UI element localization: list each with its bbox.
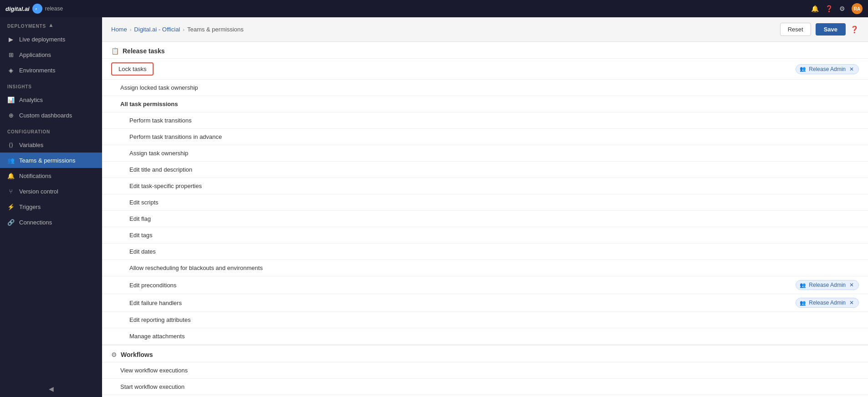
perm-row-assign-locked: Assign locked task ownership (102, 80, 868, 96)
perm-label-edit-scripts: Edit scripts (129, 199, 859, 206)
user-avatar[interactable]: RA (852, 3, 863, 14)
sidebar-item-triggers[interactable]: ⚡ Triggers (0, 199, 102, 214)
workflows-section-header: ⚙ Workflows (102, 345, 868, 362)
svg-text:r: r (36, 7, 37, 11)
analytics-icon: 📊 (7, 96, 15, 103)
breadcrumb-sep-2: › (183, 27, 185, 32)
scroll-up-indicator[interactable]: ▲ (48, 22, 54, 28)
lock-tasks-role-close[interactable]: ✕ (849, 66, 854, 72)
perm-row-edit-scripts: Edit scripts (102, 194, 868, 211)
main-layout: ▲ DEPLOYMENTS ▶ Live deployments ⊞ Appli… (0, 17, 868, 397)
sidebar: ▲ DEPLOYMENTS ▶ Live deployments ⊞ Appli… (0, 17, 102, 397)
perm-row-edit-dates: Edit dates (102, 244, 868, 260)
notifications-icon: 🔔 (7, 172, 15, 179)
perm-label-edit-failure: Edit failure handlers (129, 300, 796, 306)
perm-row-edit-preconditions: Edit preconditions 👥 Release Admin ✕ (102, 276, 868, 294)
perm-label-edit-tags: Edit tags (129, 232, 859, 239)
sidebar-item-live-deployments-label: Live deployments (19, 36, 65, 43)
version-control-icon: ⑂ (7, 188, 15, 195)
sidebar-item-notifications[interactable]: 🔔 Notifications (0, 168, 102, 183)
sidebar-item-environments[interactable]: ◈ Environments (0, 62, 102, 78)
reset-button[interactable]: Reset (780, 23, 811, 36)
configuration-section-label: CONFIGURATION (0, 123, 102, 137)
logo[interactable]: digital.ai r release (5, 4, 63, 14)
workflows-icon: ⚙ (111, 351, 117, 358)
failure-role-icon: 👥 (800, 300, 806, 306)
sidebar-item-custom-dashboards[interactable]: ⊕ Custom dashboards (0, 107, 102, 123)
perm-row-edit-title: Edit title and description (102, 162, 868, 178)
breadcrumb-current: Teams & permissions (187, 26, 244, 33)
perm-label-allow-rescheduling: Allow rescheduling for blackouts and env… (129, 265, 859, 271)
perm-row-all-task: All task permissions (102, 96, 868, 112)
release-tasks-title: Release tasks (123, 47, 165, 55)
breadcrumb-parent[interactable]: Digital.ai - Official (134, 26, 180, 33)
content-header: Home › Digital.ai - Official › Teams & p… (102, 17, 868, 42)
logo-text: digital.ai (5, 5, 30, 12)
connections-icon: 🔗 (7, 219, 15, 226)
sidebar-item-custom-dashboards-label: Custom dashboards (19, 112, 72, 119)
preconditions-role-tag: 👥 Release Admin ✕ (796, 280, 859, 290)
navbar-left: digital.ai r release (5, 4, 63, 14)
perm-label-perform-transitions: Perform task transitions (129, 117, 859, 124)
live-deployments-icon: ▶ (7, 36, 15, 43)
triggers-icon: ⚡ (7, 203, 15, 210)
failure-role-close[interactable]: ✕ (849, 300, 854, 306)
insights-section-label: INSIGHTS (0, 78, 102, 92)
perm-row-start-workflow: Start workflow execution (102, 379, 868, 395)
sidebar-item-connections-label: Connections (19, 219, 52, 226)
variables-icon: ⟨⟩ (7, 141, 15, 148)
help-icon[interactable]: ❓ (825, 5, 833, 12)
failure-role-tag: 👥 Release Admin ✕ (796, 298, 859, 308)
sidebar-item-notifications-label: Notifications (19, 173, 51, 179)
sidebar-item-teams-permissions[interactable]: 👥 Teams & permissions (0, 153, 102, 168)
notifications-bell-icon[interactable]: 🔔 (811, 5, 819, 12)
lock-tasks-role-label: Release Admin (809, 66, 846, 72)
preconditions-role-icon: 👥 (800, 282, 806, 288)
sidebar-item-applications[interactable]: ⊞ Applications (0, 47, 102, 62)
sidebar-item-version-control-label: Version control (19, 188, 58, 195)
settings-icon[interactable]: ⚙ (839, 5, 845, 12)
lock-tasks-role-tag: 👥 Release Admin ✕ (796, 64, 859, 74)
perm-row-edit-specific: Edit task-specific properties (102, 178, 868, 194)
release-label: release (45, 5, 63, 12)
perm-label-edit-flag: Edit flag (129, 215, 859, 222)
environments-icon: ◈ (7, 66, 15, 74)
save-button[interactable]: Save (816, 23, 846, 36)
lock-tasks-label: Lock tasks (111, 62, 796, 76)
perm-row-assign-ownership: Assign task ownership (102, 145, 868, 162)
perm-row-edit-reporting: Edit reporting attributes (102, 312, 868, 328)
sidebar-item-analytics[interactable]: 📊 Analytics (0, 92, 102, 107)
breadcrumb-home[interactable]: Home (111, 26, 127, 33)
perm-row-edit-flag: Edit flag (102, 211, 868, 227)
sidebar-item-applications-label: Applications (19, 51, 51, 58)
sidebar-item-variables[interactable]: ⟨⟩ Variables (0, 137, 102, 153)
perm-label-all-task: All task permissions (120, 101, 859, 107)
failure-role-label: Release Admin (809, 300, 846, 306)
sidebar-item-triggers-label: Triggers (19, 204, 41, 210)
perm-label-start-workflow: Start workflow execution (120, 383, 859, 390)
perm-label-assign-ownership: Assign task ownership (129, 150, 859, 157)
release-icon: r (32, 4, 42, 14)
sidebar-item-live-deployments[interactable]: ▶ Live deployments (0, 31, 102, 47)
perm-row-view-workflow: View workflow executions (102, 362, 868, 379)
permissions-container: 📋 Release tasks Lock tasks 👥 Release Adm… (102, 42, 868, 395)
workflows-title: Workflows (121, 351, 153, 358)
lock-tasks-button[interactable]: Lock tasks (111, 62, 154, 76)
sidebar-item-connections[interactable]: 🔗 Connections (0, 214, 102, 230)
sidebar-collapse-button[interactable]: ◀ (49, 385, 54, 392)
sidebar-item-environments-label: Environments (19, 67, 55, 74)
perm-row-edit-tags: Edit tags (102, 227, 868, 244)
preconditions-role-close[interactable]: ✕ (849, 282, 854, 288)
content-area: Home › Digital.ai - Official › Teams & p… (102, 17, 868, 397)
help-circle-icon[interactable]: ❓ (850, 25, 859, 34)
release-tasks-section-header: 📋 Release tasks (102, 42, 868, 59)
breadcrumb-sep-1: › (130, 27, 132, 32)
perm-label-perform-advance: Perform task transitions in advance (129, 133, 859, 140)
sidebar-item-version-control[interactable]: ⑂ Version control (0, 183, 102, 199)
sidebar-item-analytics-label: Analytics (19, 97, 43, 103)
applications-icon: ⊞ (7, 51, 15, 58)
navbar: digital.ai r release 🔔 ❓ ⚙ RA (0, 0, 868, 17)
role-tag-icon: 👥 (800, 66, 806, 72)
perm-label-edit-reporting: Edit reporting attributes (129, 316, 859, 323)
lock-tasks-row: Lock tasks 👥 Release Admin ✕ (102, 59, 868, 80)
